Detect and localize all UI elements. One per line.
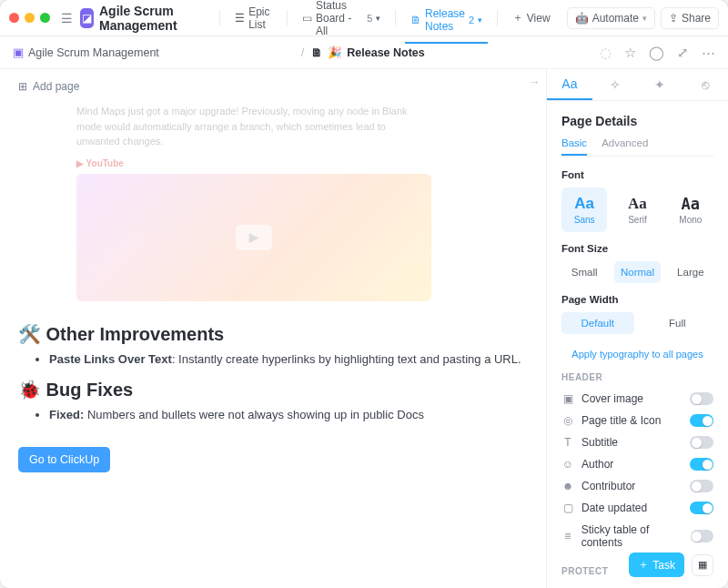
breadcrumb-label: Agile Scrum Management (28, 46, 159, 59)
apps-grid-button[interactable]: ▦ (692, 554, 713, 576)
chevron-down-icon: ▾ (376, 14, 380, 23)
protect-this-page[interactable]: Protect this page (561, 582, 713, 588)
author-icon: ☺ (561, 458, 574, 471)
breadcrumb-current[interactable]: 🗎 🎉 Release Notes (311, 40, 592, 65)
switch[interactable] (691, 530, 713, 542)
pagewidth-label: Page Width (561, 294, 713, 305)
add-page-button[interactable]: ⊞ Add page (18, 80, 528, 93)
divider (497, 10, 498, 26)
image-icon: ▣ (561, 392, 574, 405)
chevron-down-icon: ▾ (642, 14, 647, 23)
add-page-label: Add page (33, 80, 79, 93)
tab-count: 2 (469, 15, 474, 25)
bug-fixes-section: 🐞 Bug Fixes Fixed: Numbers and bullets w… (18, 379, 528, 421)
menu-icon[interactable]: ☰ (61, 11, 73, 25)
video-thumbnail[interactable]: ▶ (76, 174, 431, 301)
toggle-date-updated[interactable]: ▢Date updated (561, 497, 713, 519)
panel-tab-export[interactable]: ⎋ (682, 70, 728, 99)
breadcrumb-separator: / (301, 46, 305, 59)
btn-label: View (527, 12, 551, 25)
automate-button[interactable]: 🤖 Automate ▾ (567, 7, 655, 29)
switch[interactable] (690, 502, 713, 514)
faded-blurb: Mind Maps just got a major upgrade! Prev… (76, 104, 431, 149)
title-icon: ◎ (561, 414, 574, 427)
new-task-button[interactable]: ＋ Task (629, 553, 684, 577)
font-option-mono[interactable]: AaMono (668, 188, 713, 232)
other-improvements-section: 🛠️ Other Improvements Paste Links Over T… (18, 323, 528, 366)
toggle-sticky-toc[interactable]: ≡Sticky table of contents (561, 519, 713, 553)
more-icon[interactable]: ⋯ (702, 45, 715, 61)
go-to-clickup-button[interactable]: Go to ClickUp (18, 447, 110, 472)
minimize-window[interactable] (25, 13, 35, 23)
list-item-bold: Paste Links Over Text (49, 352, 172, 366)
size-large[interactable]: Large (668, 261, 713, 283)
plus-icon: ＋ (638, 557, 649, 573)
toggle-contributor[interactable]: ☻Contributor (561, 475, 713, 497)
apply-all-link[interactable]: Apply typography to all pages (561, 349, 713, 360)
faded-previous-content: Mind Maps just got a major upgrade! Prev… (76, 104, 431, 301)
header-group-label: HEADER (561, 372, 713, 382)
divider (219, 10, 220, 26)
switch[interactable] (690, 436, 713, 449)
toggle-author[interactable]: ☺Author (561, 453, 713, 475)
toggle-subtitle[interactable]: TSubtitle (561, 431, 713, 453)
video-source-badge: ▶ YouTube (76, 158, 431, 168)
font-option-serif[interactable]: AaSerif (614, 188, 660, 232)
doc-icon: 🗎 (410, 14, 421, 26)
list-item-rest: : Instantly create hyperlinks by highlig… (172, 352, 521, 366)
share-button[interactable]: ⇪ Share (661, 7, 719, 29)
btn-label: Share (682, 12, 711, 25)
list-item-rest: Numbers and bullets were not always show… (84, 408, 424, 421)
zoom-window[interactable] (40, 13, 50, 23)
chevron-down-icon: ▾ (478, 15, 482, 25)
panel-title: Page Details (561, 114, 713, 128)
grid-icon: ▦ (698, 559, 707, 571)
width-default[interactable]: Default (561, 312, 634, 334)
favorite-icon[interactable]: ☆ (624, 45, 636, 61)
add-view-button[interactable]: ＋ View (507, 6, 556, 29)
subtab-advanced[interactable]: Advanced (602, 137, 648, 156)
theme-icon[interactable]: ◌ (600, 45, 612, 61)
toggle-cover-image[interactable]: ▣Cover image (561, 388, 713, 410)
divider (287, 10, 288, 26)
switch[interactable] (690, 392, 713, 405)
font-label: Font (561, 169, 713, 180)
tab-epic-list[interactable]: ☰ Epic List (229, 2, 278, 35)
toggle-page-title[interactable]: ◎Page title & Icon (561, 410, 713, 431)
font-option-sans[interactable]: AaSans (561, 188, 607, 232)
panel-tab-magic[interactable]: ✧ (592, 70, 638, 99)
collapse-panel-arrow[interactable]: → (528, 75, 541, 89)
task-label: Task (652, 559, 675, 572)
switch[interactable] (690, 480, 713, 492)
tab-status-board[interactable]: ▭ Status Board - All 5 ▾ (297, 0, 386, 41)
switch[interactable] (690, 414, 713, 427)
close-window[interactable] (9, 13, 19, 23)
list-item: Paste Links Over Text: Instantly create … (49, 352, 528, 366)
size-small[interactable]: Small (561, 261, 607, 283)
tab-count: 5 (367, 13, 372, 24)
comment-icon[interactable]: ◯ (649, 45, 664, 61)
list-item-bold: Fixed: (49, 408, 84, 421)
panel-tab-typography[interactable]: Aa (547, 69, 592, 100)
tab-label: Epic List (248, 5, 272, 31)
switch[interactable] (690, 458, 713, 471)
width-full[interactable]: Full (642, 312, 714, 334)
play-icon[interactable]: ▶ (236, 225, 272, 250)
tab-label: Status Board - All (316, 0, 363, 37)
subtab-basic[interactable]: Basic (561, 137, 587, 156)
board-icon: ▭ (302, 12, 312, 25)
calendar-icon: ▢ (561, 502, 574, 514)
app-title: Agile Scrum Management (99, 4, 206, 33)
plus-icon: ＋ (512, 10, 523, 25)
robot-icon: 🤖 (575, 12, 589, 25)
divider (395, 10, 396, 26)
expand-icon[interactable]: ⤢ (677, 45, 689, 61)
breadcrumb-root[interactable]: ▣ Agile Scrum Management (13, 40, 294, 65)
size-normal[interactable]: Normal (614, 261, 660, 283)
doc-icon: ▣ (13, 46, 24, 59)
breadcrumb-label: Release Notes (347, 46, 424, 59)
app-logo: ◪ (80, 8, 94, 28)
window-controls[interactable] (9, 13, 50, 23)
panel-tab-sparkle[interactable]: ✦ (638, 70, 683, 99)
section-heading: 🛠️ Other Improvements (18, 323, 528, 345)
